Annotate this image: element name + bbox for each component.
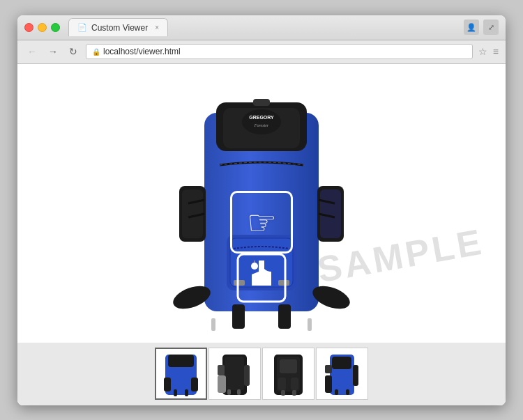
- svg-rect-40: [237, 389, 241, 395]
- thumbnail-1[interactable]: [155, 348, 207, 400]
- svg-rect-36: [225, 357, 244, 390]
- svg-text:GREGORY: GREGORY: [249, 115, 274, 120]
- svg-rect-22: [234, 280, 245, 286]
- tab-close-button[interactable]: ×: [155, 24, 159, 31]
- svg-rect-48: [292, 390, 296, 396]
- back-button[interactable]: ←: [24, 45, 40, 59]
- svg-point-27: [251, 263, 258, 270]
- thumbnail-strip: [17, 343, 506, 405]
- backpack-container: GREGORY Forester: [150, 71, 373, 336]
- svg-rect-39: [227, 389, 231, 395]
- svg-rect-52: [353, 365, 358, 386]
- svg-rect-24: [211, 318, 215, 331]
- menu-button[interactable]: ≡: [493, 46, 499, 57]
- svg-rect-7: [253, 99, 270, 106]
- nav-bar: ← → ↻ 🔒 localhost/viewer.html ☆ ≡: [17, 40, 506, 64]
- bookmark-button[interactable]: ☆: [478, 46, 487, 57]
- svg-rect-17: [278, 304, 291, 329]
- maximize-button[interactable]: [51, 23, 60, 32]
- address-icon: 🔒: [92, 48, 100, 56]
- svg-rect-50: [332, 357, 351, 369]
- forward-button[interactable]: →: [45, 45, 61, 59]
- main-viewer[interactable]: GREGORY Forester: [17, 64, 506, 343]
- svg-rect-16: [232, 304, 245, 329]
- title-bar: 📄 Custom Viewer × 👤 ⤢: [17, 15, 506, 40]
- touch-icon: ☞: [247, 203, 277, 242]
- svg-rect-23: [278, 280, 289, 286]
- tab-icon: 📄: [77, 23, 87, 32]
- page-content: GREGORY Forester: [17, 64, 506, 405]
- window-controls: [24, 23, 60, 32]
- thumbnail-2[interactable]: [209, 348, 261, 400]
- thumbnail-4[interactable]: [316, 348, 368, 400]
- svg-rect-30: [168, 355, 194, 367]
- svg-rect-47: [281, 390, 285, 396]
- address-bar[interactable]: 🔒 localhost/viewer.html: [86, 44, 473, 59]
- svg-rect-34: [185, 389, 188, 396]
- browser-window: 📄 Custom Viewer × 👤 ⤢ ← → ↻ 🔒 localhost/…: [17, 15, 506, 405]
- svg-rect-44: [280, 359, 297, 373]
- browser-tab[interactable]: 📄 Custom Viewer ×: [68, 18, 168, 36]
- svg-rect-25: [308, 318, 312, 331]
- title-bar-right: 👤 ⤢: [464, 20, 499, 35]
- svg-rect-32: [191, 378, 198, 391]
- svg-rect-45: [278, 378, 286, 390]
- svg-rect-55: [325, 365, 332, 373]
- fullscreen-button[interactable]: ⤢: [483, 20, 499, 35]
- profile-button[interactable]: 👤: [464, 20, 479, 35]
- address-text: localhost/viewer.html: [103, 47, 181, 56]
- svg-rect-38: [244, 365, 250, 386]
- touch-overlay: ☞: [230, 191, 293, 254]
- thumbnail-3[interactable]: [262, 348, 314, 400]
- svg-rect-51: [325, 375, 332, 393]
- svg-rect-53: [335, 389, 338, 395]
- tab-bar: 📄 Custom Viewer ×: [68, 18, 464, 36]
- svg-text:Forester: Forester: [254, 123, 269, 127]
- refresh-button[interactable]: ↻: [66, 45, 80, 59]
- svg-rect-31: [164, 378, 171, 391]
- tab-label: Custom Viewer: [91, 23, 148, 33]
- svg-rect-37: [218, 375, 226, 393]
- minimize-button[interactable]: [38, 23, 47, 32]
- svg-rect-33: [174, 389, 177, 396]
- svg-rect-54: [346, 389, 349, 395]
- svg-rect-46: [291, 378, 298, 390]
- svg-rect-41: [218, 365, 225, 375]
- close-button[interactable]: [24, 23, 33, 32]
- svg-point-4: [242, 109, 281, 134]
